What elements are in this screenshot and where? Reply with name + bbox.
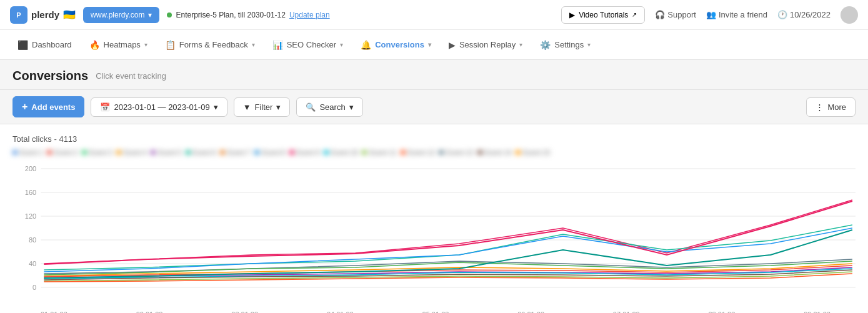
svg-text:200: 200 <box>25 165 36 172</box>
more-label: More <box>827 102 846 112</box>
dashboard-icon: ⬛ <box>17 40 28 50</box>
legend-item: Event 4 <box>116 149 147 156</box>
nav-conversions-label: Conversions <box>375 40 424 49</box>
plan-text: Enterprise-5 Plan, till 2030-01-12 <box>176 11 285 19</box>
date-range-label: 2023-01-01 — 2023-01-09 <box>114 102 209 112</box>
filter-button[interactable]: ▼ Filter ▾ <box>234 97 291 117</box>
forms-icon: 📋 <box>165 40 176 50</box>
more-button[interactable]: ⋮ More <box>806 97 856 117</box>
chart-area: 200 160 120 80 40 0 <box>12 162 856 308</box>
legend-item: Event 6 <box>186 149 216 156</box>
search-icon: 🔍 <box>306 102 316 112</box>
filter-label: Filter <box>255 102 273 112</box>
sidebar-item-heatmaps[interactable]: 🔥 Heatmaps ▾ <box>82 35 155 55</box>
legend-item: Event 11 <box>362 149 396 156</box>
x-label: 01.01.23 <box>41 311 67 313</box>
nav-session-replay-label: Session Replay <box>459 40 516 49</box>
x-label: 07.01.23 <box>613 311 640 313</box>
support-link[interactable]: 🎧 Support <box>655 10 696 19</box>
x-label: 09.01.23 <box>804 311 831 313</box>
nav-heatmaps-label: Heatmaps <box>104 40 141 49</box>
sidebar-item-seo[interactable]: 📊 SEO Checker ▾ <box>265 35 351 55</box>
svg-text:160: 160 <box>25 189 36 196</box>
x-label: 02.01.23 <box>136 311 163 313</box>
search-button[interactable]: 🔍 Search ▾ <box>296 97 362 117</box>
ua-flag: 🇺🇦 <box>63 9 76 21</box>
seo-icon: 📊 <box>272 40 283 50</box>
support-label: Support <box>667 10 696 19</box>
chevron-down-icon: ▾ <box>428 41 431 48</box>
video-tutorials-label: Video Tutorials <box>579 11 628 19</box>
date-display: 🕐 10/26/2022 <box>777 10 831 19</box>
legend-item: Event 10 <box>324 149 358 156</box>
chevron-down-icon: ▾ <box>519 41 522 48</box>
invite-icon: 👥 <box>706 10 716 19</box>
logo: P plerdy 🇺🇦 <box>10 6 76 24</box>
legend-item: Event 12 <box>401 149 435 156</box>
toolbar: + Add events 📅 2023-01-01 — 2023-01-09 ▾… <box>0 90 868 124</box>
more-dots-icon: ⋮ <box>816 102 824 112</box>
legend-item: Event 3 <box>82 149 112 156</box>
clock-icon: 🕐 <box>777 10 787 19</box>
svg-text:40: 40 <box>29 260 36 267</box>
chevron-down-icon: ▾ <box>276 102 281 112</box>
topbar: P plerdy 🇺🇦 www.plerdy.com ▾ Enterprise-… <box>0 0 868 30</box>
legend-item: Event 8 <box>254 149 285 156</box>
video-icon: ▶ <box>569 11 575 19</box>
x-label: 04.01.23 <box>327 311 354 313</box>
page-subtitle: Click event tracking <box>96 71 166 81</box>
line-chart: 200 160 120 80 40 0 <box>12 162 856 306</box>
topbar-left: P plerdy 🇺🇦 www.plerdy.com ▾ Enterprise-… <box>10 6 330 24</box>
heatmaps-icon: 🔥 <box>89 40 100 50</box>
total-clicks-label: Total clicks - 4113 <box>12 134 77 144</box>
x-label: 08.01.23 <box>708 311 735 313</box>
x-label: 05.01.23 <box>422 311 449 313</box>
site-selector[interactable]: www.plerdy.com ▾ <box>83 7 159 23</box>
calendar-icon: 📅 <box>100 102 110 112</box>
chevron-down-icon: ▾ <box>587 41 591 48</box>
nav-forms-label: Forms & Feedback <box>179 40 248 49</box>
video-tutorials-button[interactable]: ▶ Video Tutorials ↗ <box>561 6 645 24</box>
legend-item: Event 15 <box>516 149 550 156</box>
nav-dashboard-label: Dashboard <box>32 40 72 49</box>
x-label: 03.01.23 <box>231 311 258 313</box>
plan-link[interactable]: Update plan <box>289 11 330 19</box>
legend-item: Event 9 <box>289 149 320 156</box>
legend-item: Event 13 <box>439 149 473 156</box>
add-events-label: Add events <box>31 102 75 112</box>
plan-dot <box>167 12 172 17</box>
session-replay-icon: ▶ <box>449 40 456 50</box>
avatar[interactable] <box>841 6 858 24</box>
chevron-down-icon: ▾ <box>144 41 147 48</box>
invite-label: Invite a friend <box>719 10 767 19</box>
x-labels: 01.01.2302.01.2303.01.2304.01.2305.01.23… <box>12 308 856 313</box>
legend-item: Event 1 <box>12 149 43 156</box>
date-text: 10/26/2022 <box>790 10 831 19</box>
logo-text: plerdy <box>31 9 59 20</box>
sidebar-item-dashboard[interactable]: ⬛ Dashboard <box>10 35 79 55</box>
legend-item: Event 14 <box>477 149 512 156</box>
topbar-right: ▶ Video Tutorials ↗ 🎧 Support 👥 Invite a… <box>561 6 858 24</box>
sidebar-item-forms[interactable]: 📋 Forms & Feedback ▾ <box>157 35 262 55</box>
legend-item: Event 7 <box>220 149 251 156</box>
search-label: Search <box>319 102 345 112</box>
support-icon: 🎧 <box>655 10 665 19</box>
settings-icon: ⚙️ <box>540 40 551 50</box>
site-selector-chevron: ▾ <box>148 11 152 19</box>
invite-link[interactable]: 👥 Invite a friend <box>706 10 767 19</box>
date-range-picker[interactable]: 📅 2023-01-01 — 2023-01-09 ▾ <box>91 97 227 117</box>
page-header: Conversions Click event tracking <box>0 60 868 90</box>
svg-text:0: 0 <box>32 284 36 291</box>
site-selector-label: www.plerdy.com <box>91 11 144 19</box>
legend-item: Event 5 <box>151 149 181 156</box>
chevron-down-icon: ▾ <box>349 102 354 112</box>
sidebar-item-settings[interactable]: ⚙️ Settings ▾ <box>532 35 598 55</box>
sidebar-item-session-replay[interactable]: ▶ Session Replay ▾ <box>441 35 530 55</box>
filter-icon: ▼ <box>243 102 251 112</box>
logo-icon: P <box>10 6 27 24</box>
sidebar-item-conversions[interactable]: 🔔 Conversions ▾ <box>353 35 439 55</box>
conversions-icon: 🔔 <box>361 40 371 50</box>
plus-icon: + <box>22 101 27 112</box>
add-events-button[interactable]: + Add events <box>12 96 84 117</box>
nav-seo-label: SEO Checker <box>287 40 336 49</box>
